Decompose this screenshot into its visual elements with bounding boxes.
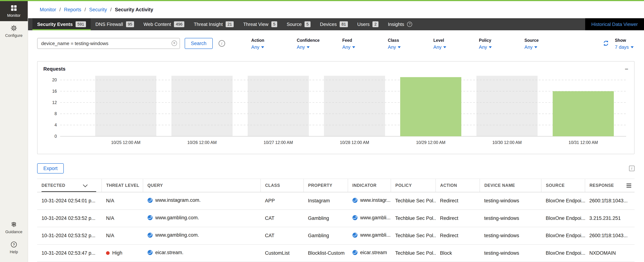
table-header-row: DETECTEDTHREAT LEVELQUERYCLASSPROPERTYIN… [37,179,634,192]
table-row[interactable]: 10-31-2024 02:53:52 p...N/Awww.gambling.… [37,210,634,227]
sidebar-item-guidance[interactable]: Guidance [0,217,28,237]
cell-indicator[interactable]: www.gambli... [348,210,391,227]
gear-icon [10,25,17,31]
tab-label: DNS Firewall [96,22,123,27]
filter-source-dropdown[interactable]: Any [524,44,538,50]
tab-source[interactable]: Source5 [282,18,315,30]
cell-source: BloxOne Endpoi... [541,210,585,227]
filter-level-dropdown[interactable]: Any [434,44,446,50]
sidebar-item-monitor[interactable]: Monitor [0,1,28,21]
cell-text: BloxOne Endpoi... [546,233,585,238]
cell-query[interactable]: eicar.stream. [143,244,260,262]
cell-text: eicar.stream [360,250,387,255]
cell-query[interactable]: www.gambling.com. [143,210,260,227]
column-settings-icon[interactable] [626,184,631,188]
cell-text: www.instagram.com. [155,197,201,203]
show-range-dropdown[interactable]: 7 days [615,44,634,50]
tab-insights[interactable]: Insights? [383,18,417,30]
cell-text: www.gambli... [360,232,391,238]
export-button[interactable]: Export [37,163,64,174]
cell-indicator[interactable]: www.instagr... [348,192,391,210]
indicator-globe-icon [352,215,358,220]
breadcrumb-separator: / [59,7,61,13]
search-info-icon[interactable]: i [218,40,225,47]
cell-action: Redirect [436,210,480,227]
cell-indicator[interactable]: www.gambli... [348,227,391,244]
column-header-action[interactable]: ACTION [436,179,480,192]
table-row[interactable]: 10-31-2024 02:53:52 p...N/Awww.gambling.… [37,227,634,244]
filter-policy: PolicyAny [479,38,524,50]
tab-dns-firewall[interactable]: DNS Firewall95 [91,18,139,30]
cell-class: CustomList [260,244,304,262]
svg-text:10/31 12:00 AM: 10/31 12:00 AM [568,140,598,145]
filter-class-dropdown[interactable]: Any [388,44,401,50]
cell-text: 2600:1f18:1043... [589,233,628,238]
column-header-response[interactable]: RESPONSE [585,179,634,192]
cell-query[interactable]: www.gambling.com. [143,227,260,244]
cell-detected: 10-31-2024 02:54:01 p... [37,192,102,210]
cell-response: 2600:1f18:1043... [585,192,634,210]
cell-device-name: testing-windows [480,244,541,262]
cell-action: Redirect [436,227,480,244]
filter-confidence-dropdown[interactable]: Any [297,44,310,50]
cell-text: BloxOne Endpoi... [546,198,585,204]
help-circle-icon[interactable]: ? [407,22,412,27]
sort-chevron-icon[interactable] [83,184,88,187]
tab-threat-insight[interactable]: Threat Insight21 [189,18,238,30]
tab-users[interactable]: Users2 [352,18,383,30]
sidebar-item-configure[interactable]: Configure [0,21,28,41]
svg-text:10/27 12:00 AM: 10/27 12:00 AM [264,140,293,145]
cell-indicator[interactable]: eicar.stream [348,244,391,262]
cell-text: APP [265,198,275,204]
cell-response: 2600:1f18:1043... [585,227,634,244]
historical-data-viewer-link[interactable]: Historical Data Viewer [585,18,644,30]
cell-text: CustomList [265,250,290,256]
column-header-indicator[interactable]: INDICATOR [348,179,391,192]
indicator-globe-icon [352,198,358,203]
cell-text: www.gambling.com. [155,232,199,238]
filter-class: ClassAny [388,38,434,50]
show-label: Show [615,38,634,43]
table-row[interactable]: 10-31-2024 02:54:01 p...N/Awww.instagram… [37,192,634,210]
cell-text: 2600:1f18:1043... [589,198,628,204]
column-header-class[interactable]: CLASS [260,179,304,192]
breadcrumb-link-reports[interactable]: Reports [64,7,82,13]
column-header-property[interactable]: PROPERTY [304,179,348,192]
tab-count-badge: 5 [304,21,310,27]
tab-web-content[interactable]: Web Content496 [139,18,189,30]
column-header-device-name[interactable]: DEVICE NAME [480,179,541,192]
column-header-threat-level[interactable]: THREAT LEVEL [102,179,143,192]
clear-search-icon[interactable]: × [172,41,177,46]
table-info-icon[interactable]: i [629,166,634,171]
filter-policy-dropdown[interactable]: Any [479,44,492,50]
table-row[interactable]: 10-31-2024 02:53:47 p...Higheicar.stream… [37,244,634,262]
cell-text: N/A [106,233,114,238]
collapse-panel-button[interactable]: − [625,66,628,72]
search-button[interactable]: Search [185,38,213,49]
sidebar-top-group: MonitorConfigure [0,1,28,41]
tab-threat-view[interactable]: Threat View5 [238,18,282,30]
breadcrumb-link-monitor[interactable]: Monitor [40,7,56,13]
column-header-source[interactable]: SOURCE [541,179,585,192]
tab-devices[interactable]: Devices81 [315,18,352,30]
search-input[interactable] [37,38,180,49]
sidebar-item-help[interactable]: ?Help [0,237,28,258]
cell-device-name: testing-windows [480,192,541,210]
column-header-detected[interactable]: DETECTED [37,179,102,192]
show-range-value: 7 days [615,44,629,50]
cell-text: testing-windows [484,198,519,204]
cell-query[interactable]: www.instagram.com. [143,192,260,210]
column-header-query[interactable]: QUERY [143,179,260,192]
tab-count-badge: 5 [271,21,277,27]
column-header-policy[interactable]: POLICY [391,179,436,192]
breadcrumb-link-security[interactable]: Security [89,7,107,13]
main-area: Monitor/Reports/Security/Security Activi… [28,1,644,262]
filter-feed-dropdown[interactable]: Any [342,44,355,50]
tab-security-events[interactable]: Security Events591 [32,18,91,30]
filter-action-dropdown[interactable]: Any [251,44,264,50]
sidebar-item-label: Configure [5,33,22,38]
cell-text: Block [440,250,452,256]
refresh-icon[interactable] [602,40,610,50]
sort-indicator [42,191,96,192]
cell-text: 3.215.231.251 [589,215,621,221]
